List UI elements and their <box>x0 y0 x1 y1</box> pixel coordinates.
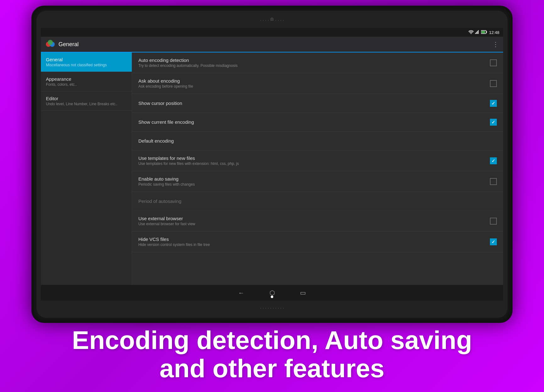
svg-rect-3 <box>478 30 479 34</box>
svg-rect-0 <box>475 33 476 34</box>
checkbox-ask-encoding[interactable] <box>490 80 497 87</box>
sidebar-appearance-subtitle: Fonts, colors, etc.. <box>46 82 127 87</box>
promo-line1: Encoding detection, Auto saving <box>13 326 531 354</box>
nav-bar: ← ⬡ ▭ <box>41 285 503 301</box>
setting-subtitle-external-browser: Use external browser for fast view <box>138 222 490 226</box>
setting-title-auto-encoding: Auto encoding detection <box>138 57 490 63</box>
setting-title-hide-vcs: Hide VCS files <box>138 237 490 242</box>
tablet-device: 12:48 General ⋮ Ge <box>31 6 513 323</box>
sidebar-editor-subtitle: Undo level, Line Number, Line Breaks etc… <box>46 102 127 106</box>
app-logo <box>45 39 55 49</box>
setting-row-external-browser[interactable]: Use external browserUse external browser… <box>132 211 503 231</box>
setting-subtitle-ask-encoding: Ask encoding before opening file <box>138 84 490 89</box>
setting-row-auto-saving[interactable]: Enable auto savingPeriodic saving files … <box>132 171 503 192</box>
sidebar-editor-title: Editor <box>46 96 127 101</box>
setting-text-external-browser: Use external browserUse external browser… <box>138 216 490 226</box>
svg-rect-1 <box>476 32 477 34</box>
settings-panel: Auto encoding detectionTry to detect enc… <box>132 52 503 285</box>
app-title: General <box>58 41 492 48</box>
screen: 12:48 General ⋮ Ge <box>41 28 503 301</box>
checkbox-show-cursor[interactable] <box>490 100 497 107</box>
setting-text-period-autosaving: Period of autosaving <box>138 199 497 204</box>
sidebar-item-editor[interactable]: Editor Undo level, Line Number, Line Bre… <box>41 91 132 111</box>
sidebar: General Miscellaneous not classified set… <box>41 52 132 285</box>
setting-title-period-autosaving: Period of autosaving <box>138 199 497 204</box>
setting-text-default-encoding: Default encoding <box>138 138 497 144</box>
setting-row-period-autosaving: Period of autosaving <box>132 192 503 211</box>
setting-title-show-cursor: Show cursor position <box>138 101 490 106</box>
sidebar-item-general[interactable]: General Miscellaneous not classified set… <box>41 52 132 72</box>
setting-text-hide-vcs: Hide VCS filesHide version control syste… <box>138 237 490 247</box>
setting-subtitle-hide-vcs: Hide version control system files in fil… <box>138 242 490 247</box>
wifi-icon <box>469 30 474 35</box>
bottom-promo-text: Encoding detection, Auto saving and othe… <box>0 326 544 383</box>
setting-row-default-encoding[interactable]: Default encoding <box>132 132 503 150</box>
checkbox-hide-vcs[interactable] <box>490 238 497 245</box>
setting-title-auto-saving: Enable auto saving <box>138 176 490 182</box>
setting-title-show-encoding: Show current file encoding <box>138 119 490 125</box>
checkbox-auto-encoding[interactable] <box>490 59 497 66</box>
more-options-icon[interactable]: ⋮ <box>492 41 499 48</box>
setting-subtitle-templates: Use templates for new files with extensi… <box>138 161 490 166</box>
setting-subtitle-auto-encoding: Try to detect encoding automatically. Po… <box>138 63 490 68</box>
setting-text-auto-saving: Enable auto savingPeriodic saving files … <box>138 176 490 187</box>
setting-row-ask-encoding[interactable]: Ask about encodingAsk encoding before op… <box>132 73 503 94</box>
setting-subtitle-auto-saving: Periodic saving files with changes <box>138 182 490 187</box>
svg-point-9 <box>48 40 53 45</box>
tablet-inner: 12:48 General ⋮ Ge <box>36 11 508 318</box>
setting-title-templates: Use templates for new files <box>138 155 490 161</box>
setting-text-show-encoding: Show current file encoding <box>138 119 490 125</box>
status-icons: 12:48 <box>469 30 499 35</box>
checkbox-external-browser[interactable] <box>490 218 497 225</box>
speaker-bottom <box>259 307 285 309</box>
setting-title-default-encoding: Default encoding <box>138 138 497 144</box>
svg-rect-2 <box>477 31 478 34</box>
setting-row-hide-vcs[interactable]: Hide VCS filesHide version control syste… <box>132 231 503 252</box>
camera <box>270 18 274 21</box>
setting-row-show-encoding[interactable]: Show current file encoding <box>132 113 503 132</box>
setting-row-templates[interactable]: Use templates for new filesUse templates… <box>132 150 503 171</box>
recents-button[interactable]: ▭ <box>300 289 306 297</box>
setting-text-ask-encoding: Ask about encodingAsk encoding before op… <box>138 78 490 89</box>
battery-icon <box>481 30 487 35</box>
setting-title-ask-encoding: Ask about encoding <box>138 78 490 84</box>
setting-text-auto-encoding: Auto encoding detectionTry to detect enc… <box>138 57 490 68</box>
sidebar-general-subtitle: Miscellaneous not classified settings <box>46 63 127 67</box>
sidebar-appearance-title: Appearance <box>46 76 127 82</box>
sidebar-general-title: General <box>46 57 127 62</box>
setting-text-show-cursor: Show cursor position <box>138 101 490 106</box>
status-time: 12:48 <box>489 30 499 35</box>
content-area: General Miscellaneous not classified set… <box>41 52 503 285</box>
promo-line2: and other features <box>13 354 531 383</box>
app-bar: General ⋮ <box>41 37 503 52</box>
setting-row-auto-encoding[interactable]: Auto encoding detectionTry to detect enc… <box>132 52 503 73</box>
sidebar-item-appearance[interactable]: Appearance Fonts, colors, etc.. <box>41 72 132 91</box>
checkbox-show-encoding[interactable] <box>490 119 497 126</box>
checkbox-auto-saving[interactable] <box>490 178 497 185</box>
signal-icon <box>475 30 480 35</box>
svg-rect-5 <box>486 31 487 33</box>
page-indicator <box>271 296 273 298</box>
status-bar: 12:48 <box>41 28 503 37</box>
back-button[interactable]: ← <box>238 289 244 297</box>
svg-rect-6 <box>482 31 485 33</box>
checkbox-templates[interactable] <box>490 157 497 164</box>
setting-row-show-cursor[interactable]: Show cursor position <box>132 94 503 113</box>
setting-text-templates: Use templates for new filesUse templates… <box>138 155 490 166</box>
setting-title-external-browser: Use external browser <box>138 216 490 221</box>
